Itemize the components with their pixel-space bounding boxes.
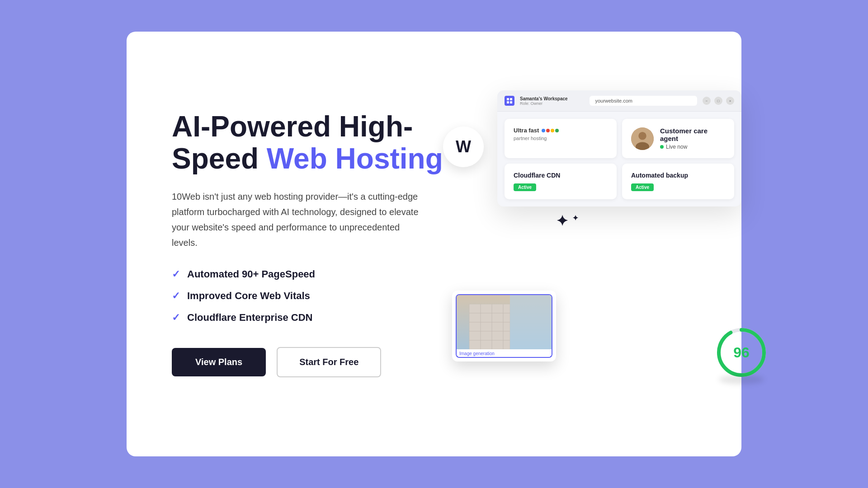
feature-item-3: ✓ Cloudflare Enterprise CDN — [172, 312, 461, 324]
w-logo-circle: W — [443, 127, 484, 167]
headline-highlight: Web Hosting — [267, 142, 443, 175]
google-cloud-sub: partner hosting — [514, 136, 608, 141]
agent-status: Live now — [660, 144, 725, 150]
feature-item-1: ✓ Automated 90+ PageSpeed — [172, 268, 461, 280]
gc-dot-blue — [542, 129, 545, 132]
description: 10Web isn't just any web hosting provide… — [172, 189, 425, 250]
check-icon-2: ✓ — [172, 290, 180, 302]
automated-backup-card: Automated backup Active — [622, 164, 734, 199]
main-card: AI-Powered High-Speed Web Hosting 10Web … — [127, 32, 741, 456]
feature-text-3: Cloudflare Enterprise CDN — [187, 312, 313, 324]
svg-rect-8 — [469, 304, 510, 349]
browser-bar: Samanta's Workspace Role: Owner yourwebs… — [497, 90, 741, 112]
view-plans-button[interactable]: View Plans — [172, 348, 266, 376]
feature-text-1: Automated 90+ PageSpeed — [187, 268, 315, 280]
browser-actions: − □ × — [703, 97, 734, 105]
svg-point-5 — [638, 132, 646, 140]
svg-rect-3 — [510, 101, 512, 103]
check-icon-3: ✓ — [172, 312, 180, 324]
google-cloud-row: Ultra fast — [514, 127, 608, 134]
url-bar: yourwebsite.com — [590, 96, 697, 106]
feature-item-2: ✓ Improved Core Web Vitals — [172, 290, 461, 302]
backup-label: Automated backup — [631, 172, 725, 179]
score-number: 96 — [733, 344, 750, 361]
status-dot — [660, 145, 664, 149]
gc-dot-yellow — [551, 129, 554, 132]
browser-content: Ultra fast partner hosting — [497, 112, 741, 206]
features-list: ✓ Automated 90+ PageSpeed ✓ Improved Cor… — [172, 268, 461, 324]
cta-buttons: View Plans Start For Free — [172, 347, 461, 377]
corner-dot-br — [549, 355, 552, 358]
svg-rect-2 — [507, 101, 509, 103]
svg-rect-0 — [507, 98, 509, 100]
workspace-role: Role: Owner — [520, 101, 584, 106]
feature-text-2: Improved Core Web Vitals — [187, 290, 310, 302]
headline: AI-Powered High-Speed Web Hosting — [172, 111, 461, 174]
start-free-button[interactable]: Start For Free — [277, 347, 381, 377]
browser-minimize: − — [703, 97, 711, 105]
image-gen-card: Image generation — [452, 291, 556, 361]
agent-info: Customer care agent Live now — [660, 127, 725, 150]
browser-close: × — [726, 97, 734, 105]
check-icon-1: ✓ — [172, 268, 180, 280]
agent-status-text: Live now — [666, 144, 687, 150]
score-shadow — [719, 375, 764, 384]
agent-avatar — [631, 127, 654, 150]
google-cloud-label: Ultra fast — [514, 127, 539, 134]
cloudflare-label: Cloudflare CDN — [514, 172, 608, 179]
corner-dot-bl — [456, 355, 459, 358]
cloudflare-cdn-card: Cloudflare CDN Active — [505, 164, 617, 199]
customer-agent-card: Customer care agent Live now — [622, 119, 734, 158]
image-gen-label: Image generation — [457, 349, 552, 357]
backup-badge: Active — [631, 183, 654, 191]
left-content: AI-Powered High-Speed Web Hosting 10Web … — [172, 111, 461, 377]
google-cloud-card: Ultra fast partner hosting — [505, 119, 617, 158]
agent-name: Customer care agent — [660, 127, 725, 142]
google-cloud-icon — [542, 129, 559, 132]
workspace-name: Samanta's Workspace — [520, 96, 584, 101]
10web-logo — [505, 96, 514, 106]
svg-rect-1 — [510, 98, 512, 100]
score-circle-container: 96 — [714, 325, 769, 380]
image-gen-inner: Image generation — [456, 294, 552, 358]
browser-maximize: □ — [714, 97, 722, 105]
svg-rect-17 — [510, 295, 552, 349]
ai-sparkle-icon: ✦ ✦ — [556, 212, 755, 276]
cloudflare-badge: Active — [514, 183, 536, 191]
score-circle: 96 — [714, 325, 769, 380]
workspace-info: Samanta's Workspace Role: Owner — [520, 96, 584, 106]
gc-dot-red — [546, 129, 550, 132]
right-mockup: W Samanta's Workspace Role: Owner yourw — [461, 90, 741, 398]
image-gen-photo — [457, 295, 552, 349]
browser-window: Samanta's Workspace Role: Owner yourwebs… — [497, 90, 741, 206]
gc-dot-green — [555, 129, 559, 132]
